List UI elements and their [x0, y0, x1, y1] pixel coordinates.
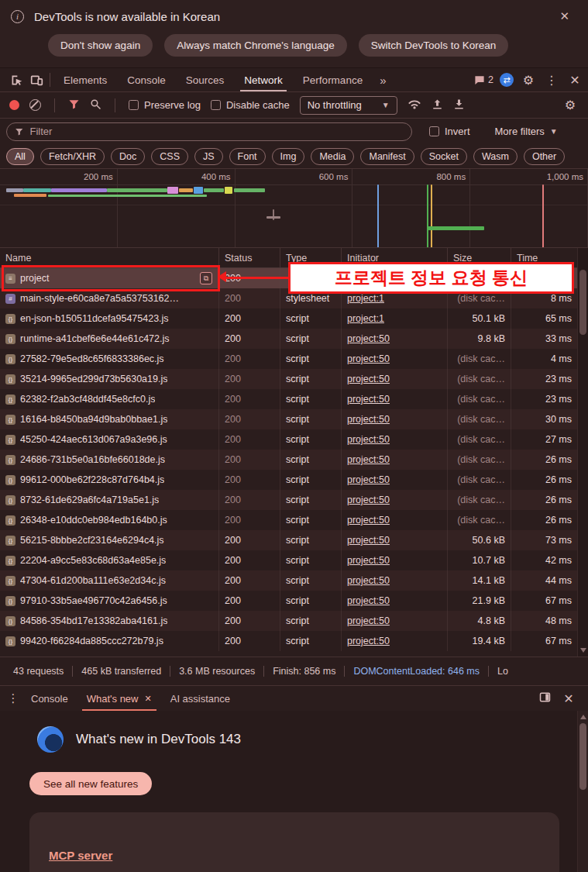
initiator-link[interactable]: project:50 [347, 636, 390, 646]
filter-chip-fetch-xhr[interactable]: Fetch/XHR [40, 148, 105, 165]
filter-chip-js[interactable]: JS [194, 148, 223, 165]
network-conditions-icon[interactable] [407, 98, 421, 112]
initiator-link[interactable]: project:50 [347, 374, 390, 384]
record-network-log-icon[interactable] [9, 100, 19, 110]
see-all-features-button[interactable]: See all new features [29, 772, 152, 795]
filter-chip-socket[interactable]: Socket [421, 148, 467, 165]
filter-chip-doc[interactable]: Doc [111, 148, 145, 165]
initiator-link[interactable]: project:50 [347, 474, 390, 485]
column-header-status[interactable]: Status [219, 248, 280, 267]
initiator-link[interactable]: project:50 [347, 535, 390, 546]
disable-cache-toggle[interactable]: Disable cache [211, 99, 290, 111]
initiator-link[interactable]: project:50 [347, 555, 390, 566]
table-row[interactable]: {}24686-731b5e0a16bfe66018de.js200script… [0, 450, 577, 470]
initiator-link[interactable]: project:50 [347, 515, 390, 526]
export-har-icon[interactable] [453, 98, 465, 112]
filter-chip-other[interactable]: Other [524, 148, 565, 165]
filter-chip-css[interactable]: CSS [151, 148, 188, 165]
preserve-log-toggle[interactable]: Preserve log [129, 99, 201, 111]
initiator-link[interactable]: project:1 [347, 293, 384, 304]
issues-counter[interactable]: 2 [474, 74, 493, 85]
tab-console[interactable]: Console [117, 68, 176, 91]
table-row[interactable]: {}16164-b8450ba94d9bab0bbae1.js200script… [0, 409, 577, 429]
table-row[interactable]: {}26348-e10ddc0eb984edb164b0.js200script… [0, 510, 577, 530]
table-row[interactable]: {}97910-33b5ae496770c42a6456.js200script… [0, 591, 577, 611]
table-row[interactable]: {}47304-61d200ba111e63e2d34c.js200script… [0, 570, 577, 591]
import-har-icon[interactable] [432, 98, 443, 112]
match-language-button[interactable]: Always match Chrome's language [164, 34, 347, 57]
table-row[interactable]: {}45250-424aec613d067a9a3e96.js200script… [0, 429, 577, 450]
initiator-link[interactable]: project:50 [347, 394, 390, 405]
inspect-element-icon[interactable] [6, 70, 26, 90]
initiator-link[interactable]: project:1 [347, 313, 384, 324]
drawer-tab-console[interactable]: Console [22, 686, 77, 711]
close-devtools-icon[interactable]: ✕ [566, 73, 583, 88]
table-row[interactable]: {}62382-f2ab3cf48ddf45e8cfc0.js200script… [0, 389, 577, 409]
dock-side-icon[interactable] [539, 691, 551, 705]
more-options-icon[interactable]: ⋮ [543, 73, 560, 88]
initiator-link[interactable]: project:50 [347, 454, 390, 465]
initiator-link[interactable]: project:50 [347, 414, 390, 425]
clear-network-log-icon[interactable] [29, 99, 41, 111]
device-toolbar-icon[interactable] [26, 70, 46, 90]
scrollbar-thumb[interactable] [579, 723, 586, 790]
tab-elements[interactable]: Elements [53, 68, 117, 91]
table-row[interactable]: {}35214-9965ed299d73b5630a19.js200script… [0, 369, 577, 389]
more-filters-button[interactable]: More filters ▼ [495, 126, 558, 137]
table-row[interactable]: {}56215-8bbbe2cf23164e6294c4.js200script… [0, 530, 577, 550]
drawer-tab-ai-assistance[interactable]: AI assistance [161, 686, 239, 711]
table-row[interactable]: {}99612-000be62f228c87d764b4.js200script… [0, 470, 577, 490]
initiator-link[interactable]: project:50 [347, 434, 390, 445]
initiator-link[interactable]: project:50 [347, 495, 390, 505]
scroll-up-arrow-icon[interactable] [580, 715, 586, 719]
tab-network[interactable]: Network [234, 68, 293, 91]
network-overview-timeline[interactable]: 200 ms400 ms600 ms800 ms1,000 ms [0, 169, 588, 248]
search-icon[interactable] [90, 98, 101, 112]
network-settings-gear-icon[interactable]: ⚙ [562, 98, 579, 112]
scroll-down-arrow-icon[interactable] [580, 648, 586, 653]
table-row[interactable]: {}en-json-b150511dcefa95475423.js200scri… [0, 308, 577, 329]
filter-chip-wasm[interactable]: Wasm [473, 148, 518, 165]
more-tabs-icon[interactable]: » [373, 74, 393, 87]
column-header-name[interactable]: Name [0, 248, 219, 267]
table-row[interactable]: {}84586-354bd17e13382aba4161.js200script… [0, 611, 577, 631]
table-row[interactable]: {}runtime-a41cbef6e6e44e61c472.js200scri… [0, 329, 577, 349]
filter-input[interactable] [30, 126, 404, 137]
settings-gear-icon[interactable]: ⚙ [520, 73, 537, 88]
table-row[interactable]: {}22204-a9cc5e83c68d63a4e85e.js200script… [0, 550, 577, 570]
table-row[interactable]: {}8732-61de629a6fc4a719a5e1.js200scriptp… [0, 490, 577, 510]
whats-new-scrollbar[interactable] [577, 711, 588, 872]
preserve-log-checkbox[interactable] [129, 100, 139, 110]
initiator-link[interactable]: project:50 [347, 595, 390, 606]
switch-korean-button[interactable]: Switch DevTools to Korean [359, 34, 508, 57]
infobar-close-icon[interactable]: ✕ [559, 9, 577, 23]
table-row[interactable]: {}99420-f66284da885ccc272b79.js200script… [0, 631, 577, 651]
dont-show-again-button[interactable]: Don't show again [48, 34, 153, 57]
invert-filter-toggle[interactable]: Invert [429, 126, 470, 137]
table-scrollbar[interactable] [577, 248, 588, 657]
scrollbar-thumb[interactable] [579, 270, 586, 335]
invert-checkbox[interactable] [429, 126, 439, 136]
filter-toggle-icon[interactable] [68, 98, 80, 112]
disable-cache-checkbox[interactable] [211, 100, 221, 110]
mcp-server-link[interactable]: MCP server [49, 849, 112, 862]
initiator-link[interactable]: project:50 [347, 615, 390, 626]
tab-sources[interactable]: Sources [176, 68, 235, 91]
initiator-link[interactable]: project:50 [347, 353, 390, 364]
language-promo-icon[interactable]: ⇄ [500, 73, 514, 87]
close-drawer-icon[interactable]: ✕ [560, 691, 577, 706]
filter-chip-all[interactable]: All [6, 148, 34, 165]
filter-chip-img[interactable]: Img [272, 148, 305, 165]
initiator-link[interactable]: project:50 [347, 333, 390, 344]
filter-chip-media[interactable]: Media [311, 148, 354, 165]
filter-chip-font[interactable]: Font [229, 148, 266, 165]
throttling-select[interactable]: No throttling ▼ [300, 96, 397, 115]
drawer-menu-icon[interactable]: ⋮ [5, 691, 22, 705]
drawer-tab-what-s-new[interactable]: What's new✕ [77, 686, 161, 711]
table-row[interactable]: {}27582-79e5ed8c65f6833386ec.js200script… [0, 349, 577, 369]
initiator-link[interactable]: project:50 [347, 575, 390, 586]
filter-chip-manifest[interactable]: Manifest [360, 148, 414, 165]
close-tab-icon[interactable]: ✕ [145, 694, 152, 704]
tab-performance[interactable]: Performance [293, 68, 373, 91]
open-request-icon[interactable]: ⧉ [200, 272, 212, 284]
